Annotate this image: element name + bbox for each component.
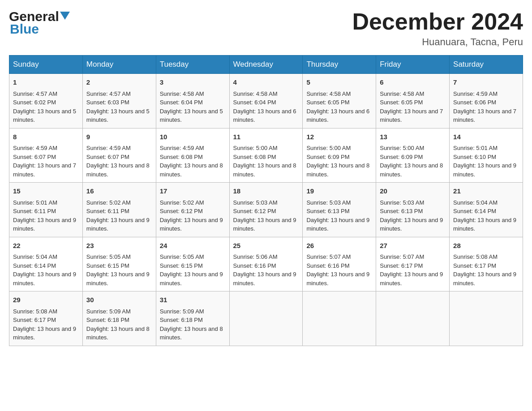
sunset-text: Sunset: 6:16 PM <box>306 262 349 269</box>
col-header-saturday: Saturday <box>450 56 523 74</box>
sunrise-text: Sunrise: 5:08 AM <box>13 308 57 315</box>
day-cell: 5Sunrise: 4:58 AMSunset: 6:05 PMDaylight… <box>303 74 376 128</box>
daylight-text: Daylight: 13 hours and 9 minutes. <box>233 271 296 287</box>
col-header-tuesday: Tuesday <box>156 56 229 74</box>
sunrise-text: Sunrise: 4:59 AM <box>453 90 498 97</box>
logo-blue: Blue <box>10 21 39 37</box>
sunrise-text: Sunrise: 5:09 AM <box>160 308 204 315</box>
day-cell: 6Sunrise: 4:58 AMSunset: 6:05 PMDaylight… <box>376 74 450 128</box>
sunrise-text: Sunrise: 4:59 AM <box>160 145 204 151</box>
day-cell: 1Sunrise: 4:57 AMSunset: 6:02 PMDaylight… <box>9 74 83 128</box>
sunrise-text: Sunrise: 5:09 AM <box>86 308 131 315</box>
sunrise-text: Sunrise: 5:03 AM <box>233 199 278 206</box>
day-cell: 10Sunrise: 4:59 AMSunset: 6:08 PMDayligh… <box>156 128 229 183</box>
day-cell: 30Sunrise: 5:09 AMSunset: 6:18 PMDayligh… <box>82 291 156 346</box>
day-number: 3 <box>160 77 226 88</box>
sunrise-text: Sunrise: 5:03 AM <box>306 199 351 206</box>
sunset-text: Sunset: 6:04 PM <box>233 99 276 106</box>
day-cell: 29Sunrise: 5:08 AMSunset: 6:17 PMDayligh… <box>9 291 83 346</box>
sunrise-text: Sunrise: 5:03 AM <box>380 199 424 206</box>
day-cell: 14Sunrise: 5:01 AMSunset: 6:10 PMDayligh… <box>450 128 523 183</box>
daylight-text: Daylight: 13 hours and 8 minutes. <box>233 162 296 178</box>
day-number: 27 <box>380 241 446 251</box>
day-cell: 9Sunrise: 4:59 AMSunset: 6:07 PMDaylight… <box>82 128 156 183</box>
day-number: 17 <box>160 186 226 197</box>
sunset-text: Sunset: 6:15 PM <box>160 262 203 269</box>
col-header-thursday: Thursday <box>303 56 376 74</box>
daylight-text: Daylight: 13 hours and 5 minutes. <box>13 108 76 124</box>
daylight-text: Daylight: 13 hours and 9 minutes. <box>453 162 516 178</box>
day-number: 6 <box>380 77 446 88</box>
sunset-text: Sunset: 6:12 PM <box>160 208 203 214</box>
sunset-text: Sunset: 6:07 PM <box>86 154 129 160</box>
sunrise-text: Sunrise: 5:04 AM <box>453 199 498 206</box>
sunset-text: Sunset: 6:17 PM <box>13 317 56 323</box>
day-cell: 24Sunrise: 5:05 AMSunset: 6:15 PMDayligh… <box>156 237 229 291</box>
sunrise-text: Sunrise: 5:01 AM <box>13 199 57 206</box>
daylight-text: Daylight: 13 hours and 9 minutes. <box>86 217 150 232</box>
sunrise-text: Sunrise: 4:58 AM <box>380 90 424 97</box>
day-cell: 23Sunrise: 5:05 AMSunset: 6:15 PMDayligh… <box>82 237 156 291</box>
sunset-text: Sunset: 6:16 PM <box>233 262 276 269</box>
day-number: 12 <box>306 132 372 142</box>
daylight-text: Daylight: 13 hours and 9 minutes. <box>306 271 369 287</box>
day-cell: 16Sunrise: 5:02 AMSunset: 6:11 PMDayligh… <box>82 183 156 237</box>
sunrise-text: Sunrise: 4:57 AM <box>13 90 57 97</box>
day-number: 23 <box>86 241 152 251</box>
sunset-text: Sunset: 6:04 PM <box>160 99 203 106</box>
week-row-2: 8Sunrise: 4:59 AMSunset: 6:07 PMDaylight… <box>9 128 523 183</box>
daylight-text: Daylight: 13 hours and 9 minutes. <box>233 217 296 232</box>
daylight-text: Daylight: 13 hours and 9 minutes. <box>86 271 150 287</box>
daylight-text: Daylight: 13 hours and 8 minutes. <box>160 325 223 341</box>
calendar-body: 1Sunrise: 4:57 AMSunset: 6:02 PMDaylight… <box>9 74 523 346</box>
day-cell: 26Sunrise: 5:07 AMSunset: 6:16 PMDayligh… <box>303 237 376 291</box>
sunset-text: Sunset: 6:07 PM <box>13 154 56 160</box>
day-cell: 17Sunrise: 5:02 AMSunset: 6:12 PMDayligh… <box>156 183 229 237</box>
sunrise-text: Sunrise: 5:00 AM <box>233 145 278 151</box>
sunset-text: Sunset: 6:09 PM <box>380 154 423 160</box>
calendar-header: SundayMondayTuesdayWednesdayThursdayFrid… <box>9 56 523 74</box>
daylight-text: Daylight: 13 hours and 8 minutes. <box>160 162 223 178</box>
sunset-text: Sunset: 6:09 PM <box>306 154 349 160</box>
day-number: 30 <box>86 295 152 305</box>
day-number: 15 <box>13 186 79 197</box>
sunrise-text: Sunrise: 4:58 AM <box>160 90 204 97</box>
sunset-text: Sunset: 6:05 PM <box>380 99 423 106</box>
title-section: December 2024 Huanuara, Tacna, Peru <box>352 9 523 48</box>
daylight-text: Daylight: 13 hours and 9 minutes. <box>160 271 223 287</box>
sunrise-text: Sunrise: 4:58 AM <box>233 90 278 97</box>
logo: General Blue <box>9 9 70 37</box>
day-number: 5 <box>306 77 372 88</box>
daylight-text: Daylight: 13 hours and 9 minutes. <box>380 217 443 232</box>
daylight-text: Daylight: 13 hours and 7 minutes. <box>13 162 76 178</box>
day-number: 10 <box>160 132 226 142</box>
sunset-text: Sunset: 6:08 PM <box>160 154 203 160</box>
sunset-text: Sunset: 6:02 PM <box>13 99 56 106</box>
sunset-text: Sunset: 6:15 PM <box>86 262 129 269</box>
day-number: 26 <box>306 241 372 251</box>
day-cell <box>450 291 523 346</box>
day-cell: 15Sunrise: 5:01 AMSunset: 6:11 PMDayligh… <box>9 183 83 237</box>
day-cell: 7Sunrise: 4:59 AMSunset: 6:06 PMDaylight… <box>450 74 523 128</box>
day-cell: 18Sunrise: 5:03 AMSunset: 6:12 PMDayligh… <box>229 183 303 237</box>
day-number: 16 <box>86 186 152 197</box>
week-row-3: 15Sunrise: 5:01 AMSunset: 6:11 PMDayligh… <box>9 183 523 237</box>
sunrise-text: Sunrise: 5:08 AM <box>453 253 498 260</box>
daylight-text: Daylight: 13 hours and 7 minutes. <box>453 108 516 124</box>
sunrise-text: Sunrise: 4:57 AM <box>86 90 131 97</box>
sunrise-text: Sunrise: 5:05 AM <box>160 253 204 260</box>
sunset-text: Sunset: 6:05 PM <box>306 99 349 106</box>
day-number: 4 <box>233 77 299 88</box>
sunset-text: Sunset: 6:11 PM <box>86 208 129 214</box>
col-header-sunday: Sunday <box>9 56 83 74</box>
daylight-text: Daylight: 13 hours and 5 minutes. <box>86 108 150 124</box>
sunrise-text: Sunrise: 5:00 AM <box>306 145 351 151</box>
day-number: 14 <box>453 132 519 142</box>
daylight-text: Daylight: 13 hours and 7 minutes. <box>380 108 443 124</box>
sunrise-text: Sunrise: 5:05 AM <box>86 253 131 260</box>
calendar-table: SundayMondayTuesdayWednesdayThursdayFrid… <box>9 55 523 346</box>
daylight-text: Daylight: 13 hours and 8 minutes. <box>86 162 150 178</box>
sunset-text: Sunset: 6:18 PM <box>86 317 129 323</box>
day-number: 25 <box>233 241 299 251</box>
day-number: 19 <box>306 186 372 197</box>
